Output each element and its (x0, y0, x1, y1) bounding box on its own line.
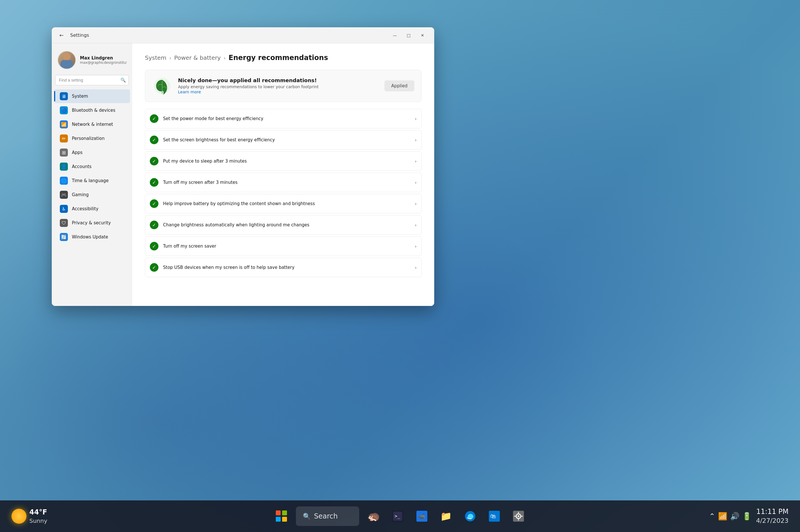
weather-widget[interactable]: 44°F Sunny (12, 508, 48, 524)
rec-item-power-mode[interactable]: ✓ Set the power mode for best energy eff… (145, 109, 422, 128)
nav-item-system[interactable]: 🖥 System (54, 89, 130, 103)
rec-label-screen-off: Turn off my screen after 3 minutes (163, 180, 412, 185)
privacy-icon: 🛡 (60, 219, 68, 227)
recommendations-list: ✓ Set the power mode for best energy eff… (145, 109, 422, 279)
breadcrumb-sep-1: › (169, 55, 171, 61)
edge-icon (465, 511, 476, 522)
rec-item-screen-off[interactable]: ✓ Turn off my screen after 3 minutes › (145, 173, 422, 192)
nav-label-personalization: Personalization (72, 136, 105, 141)
check-icon-usb: ✓ (150, 263, 159, 272)
title-bar-left: ← Settings (57, 31, 89, 40)
accounts-icon: 👤 (60, 163, 68, 171)
breadcrumb-current: Energy recommendations (229, 54, 328, 62)
taskbar-center: 🔍 Search 🦔 >_ 📹 📁 (272, 507, 528, 526)
personalization-icon: ✏️ (60, 134, 68, 142)
taskbar-app-edge[interactable] (460, 507, 480, 526)
rec-item-usb[interactable]: ✓ Stop USB devices when my screen is off… (145, 258, 422, 277)
nav-item-privacy[interactable]: 🛡 Privacy & security (54, 216, 130, 230)
nav-item-accounts[interactable]: 👤 Accounts (54, 160, 130, 173)
clock[interactable]: 11:11 PM 4/27/2023 (756, 507, 788, 526)
rec-item-brightness[interactable]: ✓ Set the screen brightness for best ene… (145, 130, 422, 150)
nav-label-accounts: Accounts (72, 164, 91, 169)
check-icon-screen-off: ✓ (150, 178, 159, 187)
nav-item-network[interactable]: 📶 Network & internet (54, 117, 130, 131)
time-icon: 🌐 (60, 177, 68, 185)
banner-description: Apply energy saving recommendations to l… (178, 84, 379, 89)
taskbar: 44°F Sunny 🔍 Search 🦔 (0, 500, 800, 532)
taskbar-app-store[interactable]: 🛍 (485, 507, 504, 526)
maximize-button[interactable]: □ (402, 31, 415, 40)
nav-label-network: Network & internet (72, 122, 113, 127)
search-input[interactable] (55, 75, 129, 85)
wifi-icon[interactable]: 📶 (718, 512, 727, 520)
check-icon-sleep: ✓ (150, 157, 159, 166)
nav-label-privacy: Privacy & security (72, 220, 111, 226)
user-name: Max Lindgren (80, 55, 127, 61)
rec-label-sleep: Put my device to sleep after 3 minutes (163, 158, 412, 164)
chevron-usb: › (415, 265, 417, 270)
network-icon: 📶 (60, 120, 68, 128)
rec-item-battery-optimize[interactable]: ✓ Help improve battery by optimizing the… (145, 194, 422, 213)
nav-item-personalization[interactable]: ✏️ Personalization (54, 132, 130, 145)
weather-temp: 44°F (29, 508, 48, 517)
meet-icon: 📹 (416, 511, 427, 522)
taskbar-app-files[interactable]: 📁 (436, 507, 456, 526)
taskbar-app-animal[interactable]: 🦔 (364, 507, 383, 526)
taskbar-app-settings[interactable] (509, 507, 528, 526)
chevron-brightness: › (415, 137, 417, 143)
search-icon: 🔍 (121, 78, 126, 83)
title-bar: ← Settings — □ ✕ (52, 27, 434, 43)
nav-item-time[interactable]: 🌐 Time & language (54, 174, 130, 188)
taskbar-app-terminal[interactable]: >_ (388, 507, 407, 526)
svg-text:>_: >_ (395, 513, 400, 519)
back-button[interactable]: ← (57, 31, 66, 40)
learn-more-link[interactable]: Learn more (178, 90, 201, 94)
files-icon: 📁 (440, 511, 452, 522)
nav-label-accessibility: Accessibility (72, 206, 98, 211)
bluetooth-icon: 🔵 (60, 106, 68, 114)
store-icon: 🛍 (489, 511, 500, 522)
breadcrumb-system[interactable]: System (145, 54, 166, 61)
taskbar-search-label: Search (314, 512, 338, 520)
rec-item-screen-saver[interactable]: ✓ Turn off my screen saver › (145, 236, 422, 256)
breadcrumb-sep-2: › (224, 55, 226, 61)
user-email: max@graphicdesigninstitute.com (80, 61, 127, 64)
nav-item-accessibility[interactable]: ♿ Accessibility (54, 202, 130, 216)
applied-button: Applied (384, 80, 414, 91)
svg-text:🛍: 🛍 (490, 513, 496, 520)
nav-item-apps[interactable]: ⊞ Apps (54, 146, 130, 159)
taskbar-search[interactable]: 🔍 Search (296, 507, 359, 526)
applied-banner: Nicely done—you applied all recommendati… (145, 70, 422, 102)
nav-item-bluetooth[interactable]: 🔵 Bluetooth & devices (54, 103, 130, 117)
chevron-battery-optimize: › (415, 201, 417, 207)
volume-icon[interactable]: 🔊 (730, 512, 739, 520)
windows-logo (276, 511, 287, 522)
nav-item-gaming[interactable]: 🎮 Gaming (54, 188, 130, 202)
main-content: System › Power & battery › Energy recomm… (132, 43, 434, 306)
breadcrumb: System › Power & battery › Energy recomm… (145, 54, 422, 62)
window-title: Settings (70, 33, 89, 38)
nav-label-system: System (72, 94, 88, 99)
window-body: Max Lindgren max@graphicdesigninstitute.… (52, 43, 434, 306)
chevron-sleep: › (415, 158, 417, 164)
taskbar-app-meet[interactable]: 📹 (412, 507, 432, 526)
minimize-button[interactable]: — (388, 31, 401, 40)
battery-icon[interactable]: 🔋 (742, 512, 751, 520)
rec-label-brightness: Set the screen brightness for best energ… (163, 137, 412, 142)
rec-item-sleep[interactable]: ✓ Put my device to sleep after 3 minutes… (145, 151, 422, 171)
taskbar-right: ⌃ 📶 🔊 🔋 11:11 PM 4/27/2023 (709, 507, 788, 526)
close-button[interactable]: ✕ (416, 31, 429, 40)
chevron-auto-brightness: › (415, 222, 417, 228)
rec-label-usb: Stop USB devices when my screen is off t… (163, 265, 412, 270)
nav-label-windows-update: Windows Update (72, 234, 108, 240)
leaf-icon (152, 76, 172, 96)
nav-label-time: Time & language (72, 178, 109, 183)
window-controls: — □ ✕ (388, 31, 429, 40)
breadcrumb-power[interactable]: Power & battery (174, 54, 221, 61)
rec-label-auto-brightness: Change brightness automatically when lig… (163, 222, 412, 228)
banner-text: Nicely done—you applied all recommendati… (178, 77, 379, 95)
nav-item-windows-update[interactable]: 🔄 Windows Update (54, 230, 130, 244)
start-button[interactable] (272, 507, 291, 526)
tray-expand-icon[interactable]: ⌃ (709, 512, 715, 520)
rec-item-auto-brightness[interactable]: ✓ Change brightness automatically when l… (145, 215, 422, 235)
